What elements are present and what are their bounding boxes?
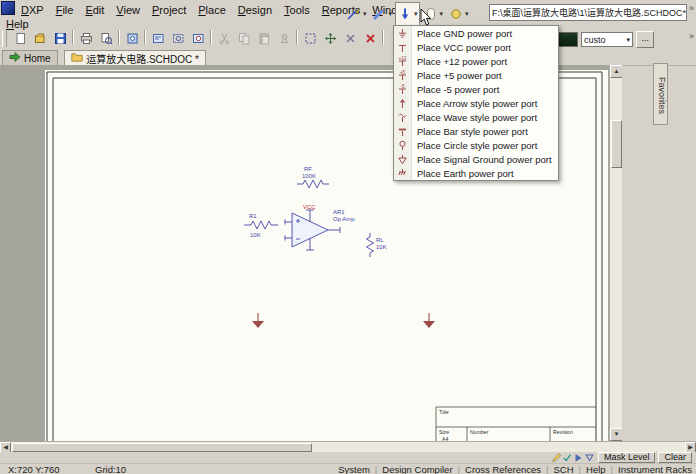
menu-item-arrow-power-port[interactable]: Place Arrow style power port [394,96,558,110]
minus5-power-port-icon: -5 [394,82,412,96]
dropdown-caret-icon[interactable]: ▾ [465,10,469,18]
rubber-stamp-button[interactable] [274,29,294,47]
vertical-scroll-thumb[interactable] [611,120,622,168]
dropdown-caret-icon[interactable]: ▾ [363,10,367,18]
save-button[interactable] [50,29,70,47]
forward-icon[interactable] [573,452,584,463]
print-button[interactable] [76,29,96,47]
menu-project[interactable]: Project [146,3,192,17]
vertical-scrollbar[interactable]: ▲ ▼ [609,65,622,441]
menu-item-plus12-power-port[interactable]: +12Place +12 power port [394,54,558,68]
select-area-button[interactable] [300,29,320,47]
opamp-ref-label[interactable]: AR1 [333,209,345,215]
panel-help[interactable]: Help [586,464,606,474]
r1-ref-label[interactable]: R1 [249,213,257,219]
cut-button[interactable] [214,29,234,47]
menu-item-label: Place Circle style power port [412,140,537,151]
scroll-down-button[interactable]: ▼ [610,428,622,441]
wire-tool-button[interactable]: ▾ [344,2,369,26]
zoom-all-button[interactable] [148,29,168,47]
menu-place[interactable]: Place [192,3,232,17]
rf-ref-label[interactable]: RF [304,166,312,172]
menu-view[interactable]: View [110,3,146,17]
rf-value-label[interactable]: 100K [302,173,316,179]
panel-tab-favorites[interactable]: Favorites [653,63,668,125]
gnd-power-port-symbols[interactable] [252,313,435,328]
menu-item-vcc-power-port[interactable]: Place VCC power port [394,40,558,54]
tab-document[interactable]: 运算放大电路.SCHDOC * [64,50,206,65]
panel-system[interactable]: System [338,464,370,474]
menu-item-plus5-power-port[interactable]: +5Place +5 power port [394,68,558,82]
opamp-value-label[interactable]: Op Amp [333,216,355,222]
dropdown-caret-icon[interactable]: ▾ [414,10,418,18]
panel-design-compiler[interactable]: Design Compiler [382,464,452,474]
menu-item-signal-ground-power-port[interactable]: Place Signal Ground power port [394,152,558,166]
zoom-document-button[interactable] [122,29,142,47]
grid-setting: Grid:10 [95,464,126,474]
dropdown-caret-icon[interactable]: ▾ [389,10,393,18]
clear-button[interactable]: Clear [658,452,692,463]
r1-value-label[interactable]: 10K [250,232,261,238]
power-port-tool-button[interactable]: ▾ [395,2,420,26]
zoom-selected-button[interactable] [188,29,208,47]
plus12-power-port-icon: +12 [394,54,412,68]
panel-sch[interactable]: SCH [554,464,574,474]
wire-tool-icon [346,6,362,22]
menu-item-earth-power-port[interactable]: Place Earth power port [394,166,558,180]
vcc-net-label[interactable]: VCC [303,204,316,210]
open-folder-button[interactable] [30,29,50,47]
menu-item-bar-power-port[interactable]: Place Bar style power port [394,124,558,138]
menu-tools[interactable]: Tools [278,3,316,17]
horizontal-scroll-thumb[interactable] [12,443,312,452]
mask-icon[interactable] [584,452,595,463]
menu-item-wave-power-port[interactable]: Place Wave style power port [394,110,558,124]
document-path-combo[interactable]: F:\桌面\运算放大电路\1\运算放大电路.SCHDOC* ▾ [489,4,687,21]
toolbar-overflow-chevron[interactable]: » [689,32,694,41]
dropdown-caret-icon[interactable]: ▾ [440,10,444,18]
menu-item-minus5-power-port[interactable]: -5Place -5 power port [394,82,558,96]
copy-button[interactable] [234,29,254,47]
menu-design[interactable]: Design [232,3,278,17]
combo-caret-icon[interactable]: ▾ [686,5,687,21]
color-mode-combo[interactable]: custo ▾ [581,32,633,47]
move-selection-button[interactable] [320,29,340,47]
rl-ref-label[interactable]: RL [376,237,384,243]
app-icon[interactable] [1,1,15,15]
toolbar-grip[interactable] [2,31,7,47]
menu-file[interactable]: File [50,3,80,17]
panel-separator: | [458,464,460,474]
menu-item-circle-power-port[interactable]: Place Circle style power port [394,138,558,152]
clear-filter-button[interactable] [360,29,380,47]
menu-edit[interactable]: Edit [79,3,110,17]
color-more-button[interactable]: ... [636,31,654,48]
toolbar-overflow-chevron[interactable]: » [689,4,694,13]
edit-pencil-icon[interactable] [551,452,562,463]
resistor-r1[interactable] [244,221,278,229]
document-path-value: F:\桌面\运算放大电路\1\运算放大电路.SCHDOC* [492,5,686,21]
junction-tool-button[interactable]: ▾ [446,2,471,26]
circle-power-port-icon [394,138,412,152]
wave-power-port-icon [394,110,412,124]
scroll-up-button[interactable]: ▲ [610,65,622,78]
format-cluster: custo ▾ ... [552,31,654,48]
tab-home[interactable]: Home [2,50,58,65]
panel-separator: | [611,464,613,474]
menu-item-gnd-power-port[interactable]: Place GND power port [394,26,558,40]
panel-cross-references[interactable]: Cross References [465,464,541,474]
zoom-area-button[interactable] [168,29,188,47]
print-preview-button[interactable] [96,29,116,47]
deselect-all-button[interactable] [340,29,360,47]
junction-tool-icon [448,6,464,22]
resistor-rf[interactable] [297,180,329,188]
panel-instrument-racks[interactable]: Instrument Racks [618,464,692,474]
bus-tool-button[interactable]: ▾ [370,2,395,26]
combo-caret-icon[interactable]: ▾ [626,36,630,44]
check-icon[interactable] [562,452,573,463]
mask-level-button[interactable]: Mask Level [598,452,656,463]
new-document-button[interactable] [10,29,30,47]
resistor-rl[interactable] [367,233,374,257]
toolbar-separator [210,30,212,45]
paste-button[interactable] [254,29,274,47]
rl-value-label[interactable]: 10K [376,244,387,250]
titleblock-revision-label: Revision [553,429,573,435]
